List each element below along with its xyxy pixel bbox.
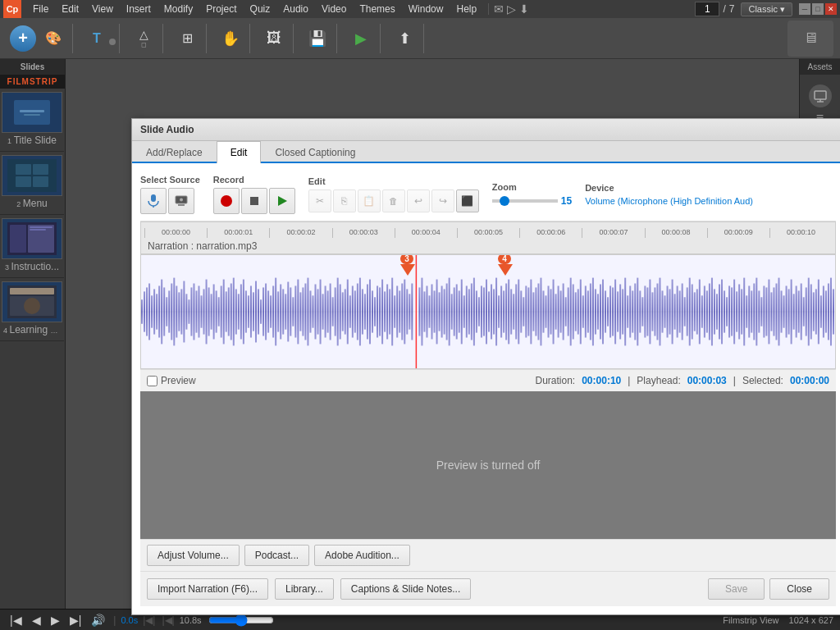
svg-rect-285 [828,284,829,340]
delete-button[interactable]: 🗑 [382,189,405,212]
preview-checkbox[interactable] [147,376,158,386]
tab-closed-captioning[interactable]: Closed Captioning [261,141,369,163]
svg-rect-227 [684,297,686,326]
svg-rect-202 [622,289,623,334]
redo-button[interactable]: ↪ [431,189,454,212]
cursor-marker[interactable]: 4 [498,254,513,276]
taskbar-play[interactable]: ▶ [48,612,63,628]
maximize-button[interactable]: □ [812,3,824,15]
media-button[interactable]: 🖼 [258,24,290,53]
svg-rect-93 [347,280,349,345]
minimize-button[interactable]: ─ [799,3,810,15]
save-button-dialog[interactable]: Save [708,578,765,600]
svg-rect-184 [578,289,579,334]
menu-file[interactable]: File [26,2,55,16]
library-button[interactable]: Library... [275,578,334,600]
svg-rect-207 [634,284,636,340]
adobe-audition-button[interactable]: Adobe Audition... [314,545,410,566]
svg-rect-52 [245,290,247,332]
paste-button[interactable]: 📋 [358,189,381,212]
timeline-ruler: 00:00:00 00:00:01 00:00:02 00:00:03 00:0… [140,221,836,238]
copy-button[interactable]: ⎘ [333,189,356,212]
assets-icon-1[interactable] [809,84,832,107]
microphone-source-button[interactable] [140,188,167,214]
svg-rect-70 [290,287,291,336]
svg-rect-245 [728,285,730,337]
publish-button[interactable]: ⬆ [389,24,420,53]
svg-rect-232 [696,289,698,334]
undo-button[interactable]: ↩ [407,189,430,212]
add-button[interactable]: + [10,25,36,52]
slide-thumb-3[interactable]: 3 Instructio... [0,215,64,278]
svg-rect-143 [476,290,477,332]
svg-rect-38 [211,294,212,329]
shapes-button[interactable]: △◻ [128,24,159,53]
svg-rect-74 [299,292,301,331]
palette-button[interactable]: 🎨 [38,24,69,53]
system-source-button[interactable] [168,188,194,214]
play-button[interactable] [269,188,295,214]
taskbar-audio[interactable]: 🔊 [88,612,108,628]
playhead-marker[interactable]: 3 [400,254,415,276]
download-icon[interactable]: ⬇ [519,2,529,16]
send-icon[interactable]: ▷ [507,2,516,16]
close-button-dialog[interactable]: Close [769,578,829,600]
svg-rect-6 [250,197,258,205]
captions-slide-notes-button[interactable]: Captions & Slide Notes... [340,578,471,600]
preview-button[interactable]: ▶ [345,24,377,53]
menu-view[interactable]: View [85,2,120,16]
menu-edit[interactable]: Edit [55,2,85,16]
svg-rect-187 [585,285,587,337]
menu-quiz[interactable]: Quiz [244,2,277,16]
menu-audio[interactable]: Audio [276,2,315,16]
taskbar-prev-frame[interactable]: ◀ [29,612,44,628]
tab-add-replace[interactable]: Add/Replace [132,141,217,163]
cut-button[interactable]: ✂ [308,189,331,212]
slide-thumb-1[interactable]: 1 Title Slide [0,89,64,152]
grid-button[interactable]: ⊞ [171,24,203,53]
menu-video[interactable]: Video [315,2,353,16]
slide-thumb-2[interactable]: 2 Menu [0,152,64,215]
ruler-6: 00:00:06 [519,228,582,238]
page-number-input[interactable] [695,2,719,16]
save-button[interactable]: 💾 [302,24,333,53]
svg-rect-275 [803,297,805,326]
svg-rect-21 [168,290,170,332]
svg-rect-16 [156,294,158,329]
taskbar-next-frame[interactable]: ▶| [66,612,85,628]
tab-edit[interactable]: Edit [217,141,262,163]
stop-button[interactable] [241,188,267,214]
waveform-container[interactable]: // This will be rendered as static SVG c… [140,254,836,369]
svg-rect-191 [595,289,596,334]
menu-themes[interactable]: Themes [353,2,401,16]
menu-insert[interactable]: Insert [120,2,158,16]
email-icon[interactable]: ✉ [494,2,504,16]
menu-help[interactable]: Help [450,2,483,16]
menubar: Cp File Edit View Insert Modify Project … [0,0,840,18]
zoom-slider[interactable] [492,199,558,203]
record-button[interactable] [213,188,240,214]
filmstrip-scroll[interactable]: 1 Title Slide 2 Menu [0,89,65,609]
slide-thumb-4[interactable]: 4 Learning D... [0,278,64,341]
svg-rect-12 [146,287,148,336]
svg-rect-224 [677,285,678,337]
pipe-1: | [628,375,630,386]
taskbar-first-frame[interactable]: |◀ [7,612,25,628]
hand-tool-button[interactable]: ✋ [215,24,246,53]
trim-button[interactable]: ⬛ [456,189,479,212]
device-link[interactable]: Volume (Microphone (High Definition Aud) [585,196,836,206]
svg-rect-210 [641,297,643,326]
menu-project[interactable]: Project [199,2,243,16]
menu-modify[interactable]: Modify [158,2,199,16]
close-window-button[interactable]: ✕ [825,3,837,15]
svg-rect-33 [198,285,199,337]
svg-rect-274 [801,284,802,340]
svg-rect-168 [537,284,539,340]
import-narration-button[interactable]: Import Narration (F6)... [147,578,268,600]
adjust-volume-button[interactable]: Adjust Volume... [147,545,240,566]
text-tool-button[interactable]: T [81,24,112,53]
menu-window[interactable]: Window [402,2,450,16]
hand-tool-group: ✋ [212,24,250,53]
podcast-button[interactable]: Podcast... [244,545,309,566]
classic-mode-button[interactable]: Classic ▾ [741,2,792,16]
